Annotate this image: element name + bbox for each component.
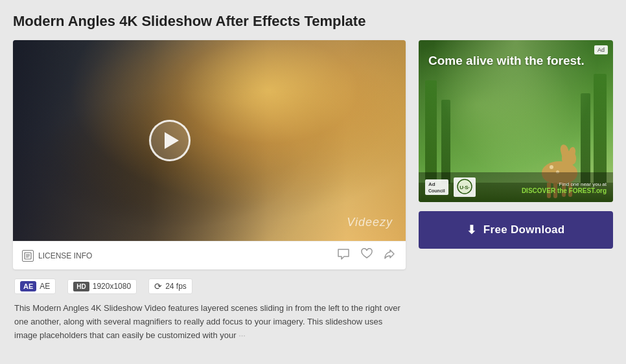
description: This Modern Angles 4K Slideshow Video fe… [13, 302, 406, 342]
download-label: Free Download [483, 223, 565, 236]
share-icon[interactable] [384, 248, 397, 263]
license-info[interactable]: LICENSE INFO [22, 250, 92, 262]
content-row: Videezy LICENSE INFO [13, 40, 613, 342]
ad-banner: Come alive with the forest. Ad Ad Counci… [419, 40, 613, 202]
ae-label: AE [20, 281, 36, 291]
download-arrow-icon: ⬇ [467, 223, 476, 237]
ad-corner-badge: Ad [594, 45, 608, 54]
ad-logos: Ad Council U·S· [425, 177, 476, 197]
resolution: 1920x1080 [93, 282, 131, 291]
ad-text: Come alive with the forest. [428, 53, 603, 69]
svg-text:U·S·: U·S· [459, 185, 470, 190]
ae-text: AE [40, 282, 50, 291]
ad-cta: Find one near you at DISCOVER the FOREST… [522, 181, 607, 194]
ae-badge: AE AE [14, 279, 56, 294]
fps: 24 fps [165, 282, 187, 291]
fps-badge: ⟳ 24 fps [148, 279, 192, 294]
right-column: Come alive with the forest. Ad Ad Counci… [419, 40, 613, 249]
page-title: Modern Angles 4K Slideshow After Effects… [13, 13, 613, 30]
description-more[interactable]: ··· [238, 329, 246, 343]
left-column: Videezy LICENSE INFO [13, 40, 406, 342]
ad-cta-brand: DISCOVER the FOREST.org [522, 187, 607, 194]
play-icon [165, 132, 179, 149]
license-icon [22, 250, 34, 262]
ad-bottom-bar: Ad Council U·S· Find one near you at D [419, 172, 613, 202]
video-card: Videezy LICENSE INFO [13, 40, 406, 269]
ad-council-logo: Ad Council [425, 179, 448, 195]
watermark: Videezy [347, 216, 393, 229]
tree-shapes [13, 40, 406, 241]
comment-icon[interactable] [337, 248, 350, 263]
fps-icon: ⟳ [154, 281, 162, 291]
video-footer: LICENSE INFO [13, 241, 406, 269]
action-icons [337, 248, 397, 263]
license-label: LICENSE INFO [38, 251, 92, 260]
play-button[interactable] [149, 120, 191, 161]
page-wrapper: Modern Angles 4K Slideshow After Effects… [0, 0, 626, 355]
heart-icon[interactable] [360, 248, 373, 263]
hd-label: HD [73, 282, 89, 291]
download-button[interactable]: ⬇ Free Download [419, 211, 613, 249]
hd-badge: HD 1920x1080 [67, 279, 137, 294]
meta-bar: AE AE HD 1920x1080 ⟳ 24 fps [13, 279, 406, 294]
video-thumbnail[interactable]: Videezy [13, 40, 406, 241]
usfs-logo: U·S· [454, 177, 476, 197]
ad-cta-text: Find one near you at [559, 181, 607, 187]
